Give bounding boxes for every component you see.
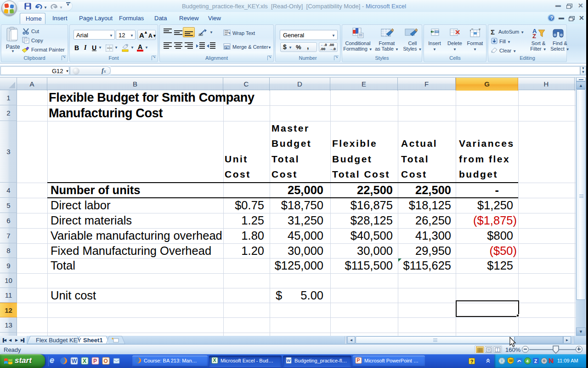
- svg-text:4: 4: [526, 359, 529, 363]
- svg-text:Z: Z: [534, 359, 537, 364]
- svg-text:a: a: [226, 46, 227, 49]
- svg-text:P: P: [357, 357, 360, 363]
- svg-text:X: X: [213, 357, 216, 363]
- svg-text:✦: ✦: [111, 337, 114, 341]
- svg-text:X: X: [83, 358, 86, 364]
- svg-text:W: W: [509, 358, 513, 363]
- svg-text:P: P: [93, 358, 97, 364]
- svg-text:W: W: [72, 358, 77, 364]
- svg-text:ab: ab: [198, 32, 203, 37]
- svg-text:W: W: [287, 358, 291, 363]
- svg-text:O: O: [104, 358, 108, 364]
